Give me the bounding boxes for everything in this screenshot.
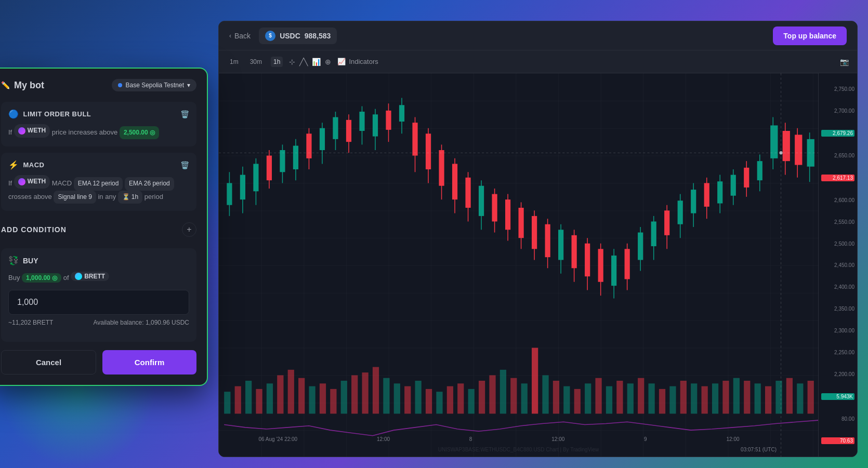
- svg-rect-14: [351, 375, 358, 413]
- svg-rect-50: [733, 378, 740, 414]
- svg-rect-125: [664, 210, 669, 235]
- in-any-label: in any: [98, 193, 116, 200]
- svg-rect-111: [572, 235, 577, 268]
- confirm-button[interactable]: Confirm: [102, 350, 196, 375]
- svg-rect-47: [702, 386, 708, 414]
- brett-icon: [75, 273, 82, 280]
- svg-rect-36: [585, 383, 591, 413]
- date-labels: 06 Aug '24 22:00 12:00 8 12:00 9 12:00: [219, 436, 779, 442]
- svg-rect-103: [519, 208, 524, 238]
- chart-area: 06 Aug '24 22:00 12:00 8 12:00 9 12:00 0…: [219, 73, 857, 457]
- buy-header: 💱 BUY: [8, 256, 189, 265]
- network-chevron-icon: ▾: [187, 82, 190, 89]
- svg-rect-89: [426, 133, 431, 169]
- add-overlay-icon[interactable]: ⊕: [325, 58, 331, 66]
- macd-prefix: If: [8, 179, 12, 187]
- back-button[interactable]: ‹ Back: [229, 32, 251, 40]
- svg-rect-105: [532, 216, 537, 249]
- svg-rect-56: [797, 383, 803, 413]
- svg-rect-48: [712, 383, 718, 413]
- line-tool-icon[interactable]: ╱╲: [299, 58, 308, 66]
- brett-badge[interactable]: BRETT: [71, 272, 109, 281]
- svg-rect-77: [346, 120, 351, 142]
- date-label-6: 12:00: [727, 436, 740, 442]
- bot-header: ✏️ My bot Base Sepolia Testnet ▾: [1, 79, 196, 91]
- price-2250: 2,250.00: [821, 350, 854, 355]
- condition-title-2: ⚡ MACD: [8, 160, 45, 170]
- condition-mid-1: price increases above: [52, 128, 117, 136]
- svg-rect-39: [616, 381, 623, 413]
- svg-rect-121: [638, 233, 643, 260]
- svg-rect-49: [722, 381, 729, 413]
- svg-rect-119: [625, 249, 630, 279]
- delete-condition-2-button[interactable]: 🗑️: [180, 161, 189, 169]
- svg-rect-71: [306, 133, 311, 158]
- screenshot-icon[interactable]: 📷: [840, 58, 849, 66]
- date-label-5: 9: [644, 436, 647, 442]
- condition-prefix-1: If: [8, 128, 12, 136]
- price-2200: 2,200.00: [821, 371, 854, 377]
- price-2400: 2,400.00: [821, 284, 854, 290]
- macd-label: MACD: [52, 179, 72, 187]
- timeframe-1h[interactable]: 1h: [271, 57, 283, 67]
- weth-label-2: WETH: [28, 176, 46, 188]
- price-2350: 2,350.00: [821, 306, 854, 312]
- weth-token-badge-1[interactable]: WETH: [14, 124, 50, 138]
- condition-header-2: ⚡ MACD 🗑️: [8, 160, 189, 170]
- svg-rect-95: [465, 178, 470, 208]
- delete-condition-1-button[interactable]: 🗑️: [180, 110, 189, 118]
- svg-rect-27: [489, 375, 495, 413]
- svg-rect-38: [606, 386, 612, 414]
- weth-token-badge-2[interactable]: WETH: [14, 175, 50, 189]
- timeframe-30m[interactable]: 30m: [247, 57, 265, 67]
- candlestick-chart: [219, 73, 818, 457]
- svg-rect-37: [595, 378, 601, 414]
- price-80: 80.00: [821, 416, 854, 422]
- svg-rect-113: [585, 244, 590, 276]
- indicators-button[interactable]: 📈 Indicators: [337, 58, 378, 65]
- hourglass-icon: ⏳: [122, 192, 130, 203]
- top-up-button[interactable]: Top up balance: [773, 26, 847, 45]
- bot-panel: ✏️ My bot Base Sepolia Testnet ▾ 🔵 LIMIT…: [0, 68, 208, 386]
- network-badge[interactable]: Base Sepolia Testnet ▾: [112, 79, 196, 91]
- svg-rect-35: [574, 389, 581, 414]
- signal-badge[interactable]: Signal line 9: [54, 191, 96, 204]
- svg-rect-2: [224, 392, 230, 413]
- amount-input[interactable]: [17, 298, 180, 307]
- add-condition-label: ADD CONDITION: [1, 225, 67, 234]
- cancel-button[interactable]: Cancel: [1, 350, 96, 375]
- svg-rect-20: [415, 381, 422, 413]
- svg-rect-61: [240, 175, 245, 200]
- svg-rect-81: [373, 114, 378, 136]
- indicators-chart-icon: 📈: [337, 58, 346, 65]
- ema2-badge[interactable]: EMA 26 period: [125, 177, 174, 191]
- trading-window: ‹ Back $ USDC 988,583 Top up balance 1m …: [218, 21, 858, 457]
- price-5943k: 5.943K: [821, 393, 854, 400]
- macd-icon: ⚡: [8, 160, 19, 170]
- period-badge[interactable]: ⏳ 1h: [118, 191, 142, 204]
- condition-body-2: If WETH MACD EMA 12 period EMA 26 period…: [8, 175, 189, 204]
- svg-rect-117: [611, 256, 616, 286]
- svg-rect-40: [627, 383, 634, 413]
- svg-rect-32: [542, 375, 548, 413]
- weth-label-1: WETH: [28, 125, 46, 137]
- crosshair-icon[interactable]: ⊹: [289, 58, 295, 66]
- pencil-icon[interactable]: ✏️: [1, 81, 10, 89]
- price-2600: 2,600.00: [821, 197, 854, 203]
- svg-rect-135: [731, 175, 736, 196]
- of-label: of: [63, 274, 69, 282]
- svg-rect-127: [678, 200, 683, 224]
- svg-rect-44: [669, 386, 676, 414]
- svg-rect-139: [757, 161, 762, 180]
- svg-rect-7: [277, 375, 283, 413]
- chart-type-icon[interactable]: 📊: [312, 58, 321, 66]
- svg-rect-34: [563, 386, 570, 414]
- svg-rect-97: [479, 186, 484, 216]
- add-condition-icon[interactable]: +: [182, 222, 196, 237]
- balance-currency: USDC: [280, 32, 300, 40]
- price-value-badge[interactable]: 2,500.00 ◎: [120, 126, 159, 140]
- timeframe-1m[interactable]: 1m: [227, 57, 241, 67]
- ema1-badge[interactable]: EMA 12 period: [74, 177, 123, 191]
- buy-amount-badge[interactable]: 1,000.00 ◎: [22, 273, 61, 283]
- add-condition-row[interactable]: ADD CONDITION +: [1, 217, 196, 242]
